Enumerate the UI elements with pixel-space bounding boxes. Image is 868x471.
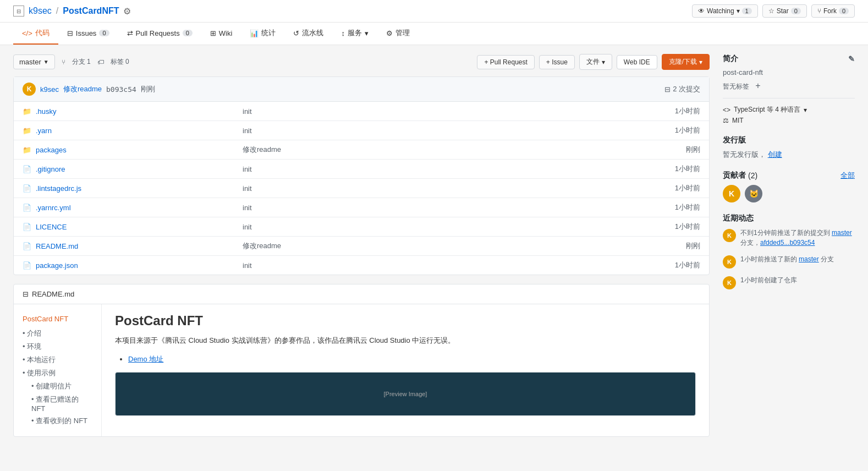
activity-avatar-3: K (723, 276, 736, 289)
file-name[interactable]: README.md (34, 242, 243, 250)
toc-subitem-create[interactable]: • 创建明信片 (23, 380, 92, 393)
sidebar-language[interactable]: <> TypeScript 等 4 种语言 ▾ (723, 105, 855, 114)
file-name[interactable]: .yarn (34, 127, 243, 135)
tab-wiki[interactable]: ⊞ Wiki (201, 23, 241, 45)
folder-icon: 📁 (23, 127, 34, 135)
watching-dropdown[interactable]: ▾ (737, 7, 740, 15)
file-commit-message: init (243, 223, 656, 231)
tag-count[interactable]: 标签 0 (111, 57, 129, 67)
file-name[interactable]: packages (34, 146, 243, 154)
fork-count: 0 (839, 8, 849, 14)
file-name[interactable]: LICENCE (34, 223, 243, 231)
demo-link[interactable]: Demo 地址 (128, 355, 163, 363)
contributor-avatar-1[interactable]: K (723, 185, 740, 202)
file-icon: 📄 (23, 242, 34, 250)
table-row: 📁.huskyinit1小时前 (14, 102, 709, 121)
file-name[interactable]: .yarnrc.yml (34, 204, 243, 212)
pull-request-button[interactable]: + Pull Request (477, 55, 534, 69)
file-name[interactable]: package.json (34, 261, 243, 270)
activity-item-2: K 1小时前推送了新的 master 分支 (723, 254, 855, 269)
toc-item-run[interactable]: • 本地运行 (23, 353, 92, 366)
preview-placeholder: [Preview Image] (384, 391, 427, 397)
file-name[interactable]: .husky (34, 107, 243, 116)
top-actions: 👁 Watching ▾ 1 ☆ Star 0 ⑂ Fork 0 (692, 4, 855, 18)
clone-button[interactable]: 克隆/下载 ▾ (662, 54, 710, 70)
add-tag-button[interactable]: + (755, 81, 760, 90)
contributors-all-link[interactable]: 全部 (840, 171, 855, 180)
file-commit-message: 修改readme (243, 241, 656, 251)
tab-issues[interactable]: ⊟ Issues 0 (58, 23, 118, 45)
settings-icon[interactable]: ⚙ (123, 6, 131, 17)
content-area: master ▼ ⑂ 分支 1 🏷 标签 0 + Pull Request + … (13, 54, 710, 437)
toc-item-env[interactable]: • 环境 (23, 340, 92, 353)
sidebar-edit-icon[interactable]: ✎ (848, 54, 855, 63)
tab-services[interactable]: ↕ 服务 ▾ (332, 23, 377, 45)
repo-name[interactable]: PostCardNFT (63, 6, 119, 16)
file-name[interactable]: .gitignore (34, 165, 243, 173)
contributor-avatar-2[interactable]: 🐱 (745, 185, 762, 202)
tab-manage-label: 管理 (395, 28, 410, 38)
commit-username[interactable]: k9sec (40, 85, 59, 94)
file-name[interactable]: .lintstagedrc.js (34, 184, 243, 193)
sidebar-contributors-section: 贡献者 (2) 全部 K 🐱 (723, 171, 855, 202)
issue-button[interactable]: + Issue (539, 55, 575, 69)
file-commit-message: init (243, 184, 656, 193)
create-release-link[interactable]: 创建 (768, 150, 782, 158)
contributors-count: (2) (748, 171, 757, 180)
file-time: 1小时前 (656, 222, 700, 232)
activity-commit-link-1[interactable]: afdded5...b093c54 (760, 239, 815, 247)
activity-title: 近期动态 (723, 213, 855, 223)
branch-count-icon: ⑂ (62, 58, 65, 66)
repo-meta: ⑂ 分支 1 🏷 标签 0 (62, 57, 129, 67)
fork-label: Fork (823, 7, 837, 15)
org-name[interactable]: k9sec (29, 6, 52, 16)
web-ide-button[interactable]: Web IDE (617, 55, 657, 69)
branch-name: master (19, 58, 41, 66)
readme-demo-link[interactable]: Demo 地址 (128, 353, 696, 365)
toc-item-intro[interactable]: • 介绍 (23, 327, 92, 340)
tab-code[interactable]: </> 代码 (13, 23, 58, 45)
commit-icon: ⊟ (664, 85, 671, 94)
file-button[interactable]: 文件 ▾ (579, 54, 612, 70)
release-text: 暂无发行版， 创建 (723, 150, 855, 160)
activity-branch-link-2[interactable]: master (799, 255, 819, 263)
commit-message[interactable]: 修改readme (63, 84, 102, 94)
services-icon: ↕ (341, 29, 345, 37)
tab-stats[interactable]: 📊 统计 (241, 23, 284, 45)
file-time: 1小时前 (656, 164, 700, 174)
table-row: 📄.lintstagedrc.jsinit1小时前 (14, 179, 709, 198)
readme-toc: PostCard NFT • 介绍 • 环境 • 本地运行 • 使用示例 • 创… (14, 304, 102, 436)
table-row: 📄package.jsoninit1小时前 (14, 256, 709, 275)
tab-pr-label: Pull Requests (136, 29, 180, 37)
star-button[interactable]: ☆ Star 0 (762, 4, 807, 18)
activity-branch-link-1[interactable]: master (832, 229, 852, 237)
contributors-title: 贡献者 (2) (723, 171, 757, 180)
branch-count[interactable]: 分支 1 (72, 57, 91, 67)
table-row: 📁packages修改readme刚刚 (14, 140, 709, 160)
tab-manage[interactable]: ⚙ 管理 (377, 23, 419, 45)
repo-toolbar: master ▼ ⑂ 分支 1 🏷 标签 0 + Pull Request + … (13, 54, 710, 70)
readme-title: PostCard NFT (115, 313, 696, 328)
separator: / (56, 6, 58, 16)
tab-pipeline[interactable]: ↺ 流水线 (284, 23, 332, 45)
tag-icon: 🏷 (97, 58, 104, 66)
sidebar-release-title: 发行版 (723, 135, 855, 145)
table-row: 📄.gitignoreinit1小时前 (14, 160, 709, 179)
star-icon: ☆ (768, 7, 774, 15)
toc-main-item[interactable]: PostCard NFT (23, 313, 92, 325)
top-bar: ⊟ k9sec / PostCardNFT ⚙ 👁 Watching ▾ 1 ☆… (0, 0, 868, 23)
branch-selector[interactable]: master ▼ (13, 54, 55, 69)
sidebar-intro-title: 简介 ✎ (723, 54, 855, 64)
lang-dropdown-icon[interactable]: ▾ (804, 106, 807, 114)
tab-pull-requests[interactable]: ⇄ Pull Requests 0 (118, 23, 201, 45)
readme-file-icon: ⊟ (23, 290, 29, 298)
toc-subitem-received[interactable]: • 查看收到的 NFT (23, 414, 92, 428)
star-label: Star (777, 7, 789, 15)
commit-hash[interactable]: b093c54 (106, 85, 136, 94)
license-icon: ⚖ (723, 117, 729, 124)
fork-button[interactable]: ⑂ Fork 0 (811, 4, 855, 18)
watching-icon: 👁 (698, 7, 705, 15)
toc-subitem-sent[interactable]: • 查看已赠送的 NFT (23, 393, 92, 414)
toc-item-examples[interactable]: • 使用示例 (23, 366, 92, 380)
watching-button[interactable]: 👁 Watching ▾ 1 (692, 4, 758, 18)
